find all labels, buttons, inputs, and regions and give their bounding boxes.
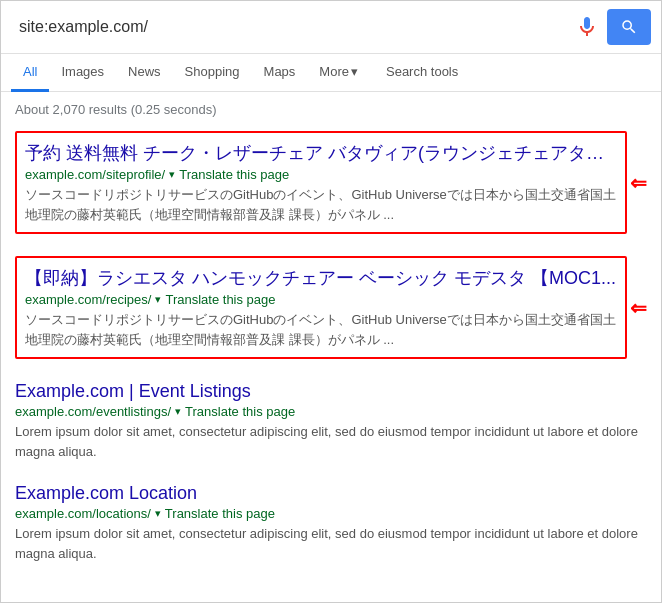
result-snippet-1: ソースコードリポジトリサービスのGitHubのイベント、GitHub Unive… [25,185,617,224]
tab-maps[interactable]: Maps [252,54,308,92]
chevron-down-icon: ▾ [351,64,358,79]
result-snippet-2: ソースコードリポジトリサービスのGitHubのイベント、GitHub Unive… [25,310,617,349]
result-url-arrow-4: ▾ [155,507,161,520]
results-count: About 2,070 results (0.25 seconds) [15,102,647,117]
result-url-arrow-3: ▾ [175,405,181,418]
result-title-2[interactable]: 【即納】ラシエスタ ハンモックチェアー ベーシック モデスタ 【MOC1... [25,266,617,290]
tab-news[interactable]: News [116,54,173,92]
result-url-line-1: example.com/siteprofile/ ▾ Translate thi… [25,167,617,182]
translate-link-4[interactable]: Translate this page [165,506,275,521]
nav-tabs: All Images News Shopping Maps More ▾ Sea… [1,54,661,92]
search-icon [620,18,638,36]
result-url-line-4: example.com/locations/ ▾ Translate this … [15,506,647,521]
result-snippet-3: Lorem ipsum dolor sit amet, consectetur … [15,422,647,461]
tab-search-tools[interactable]: Search tools [374,54,470,92]
result-title-1[interactable]: 予約 送料無料 チーク・レザーチェア バタヴィア(ラウンジェチェアタイプ ... [25,141,617,165]
result-url-2: example.com/recipes/ [25,292,151,307]
result-item-1: ⇐ 予約 送料無料 チーク・レザーチェア バタヴィア(ラウンジェチェアタイプ .… [15,131,627,234]
result-arrow-1: ⇐ [630,171,647,195]
tab-images[interactable]: Images [49,54,116,92]
tab-shopping[interactable]: Shopping [173,54,252,92]
translate-link-1[interactable]: Translate this page [179,167,289,182]
result-title-3[interactable]: Example.com | Event Listings [15,381,647,402]
search-button[interactable] [607,9,651,45]
result-url-line-2: example.com/recipes/ ▾ Translate this pa… [25,292,617,307]
result-url-line-3: example.com/eventlistings/ ▾ Translate t… [15,404,647,419]
result-snippet-4: Lorem ipsum dolor sit amet, consectetur … [15,524,647,563]
translate-link-2[interactable]: Translate this page [165,292,275,307]
result-url-arrow-2: ▾ [155,293,161,306]
mic-icon[interactable] [575,15,599,39]
search-bar: site:example.com/ [1,1,661,54]
results-area: About 2,070 results (0.25 seconds) ⇐ 予約 … [1,92,661,595]
result-url-4: example.com/locations/ [15,506,151,521]
result-arrow-2: ⇐ [630,296,647,320]
result-url-arrow-1: ▾ [169,168,175,181]
result-title-4[interactable]: Example.com Location [15,483,647,504]
result-item-2: ⇐ 【即納】ラシエスタ ハンモックチェアー ベーシック モデスタ 【MOC1..… [15,256,627,359]
translate-link-3[interactable]: Translate this page [185,404,295,419]
result-url-3: example.com/eventlistings/ [15,404,171,419]
result-url-1: example.com/siteprofile/ [25,167,165,182]
tab-more[interactable]: More ▾ [307,54,370,92]
search-input[interactable]: site:example.com/ [11,14,575,40]
result-item-3: Example.com | Event Listings example.com… [15,381,647,461]
result-item-4: Example.com Location example.com/locatio… [15,483,647,563]
tab-all[interactable]: All [11,54,49,92]
